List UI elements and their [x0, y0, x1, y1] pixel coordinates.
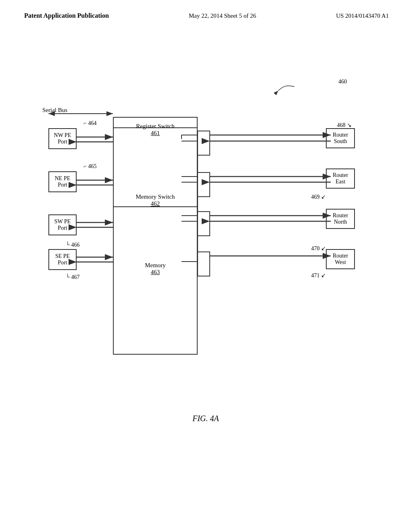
label-466: └ 466 — [66, 242, 79, 248]
sw-pe-port: SW PEPort — [48, 214, 77, 235]
patent-header-center: May 22, 2014 Sheet 5 of 26 — [189, 12, 256, 19]
label-471: 471 ↙ — [311, 272, 326, 279]
memory-switch-label: Memory Switch462 — [121, 193, 190, 207]
router-west: RouterWest — [326, 249, 355, 269]
label-468: 468 ↘ — [337, 122, 352, 129]
connections-diagram — [24, 48, 387, 411]
ne-pe-port: NE PEPort — [48, 171, 77, 192]
svg-rect-20 — [198, 212, 210, 236]
label-469: 469 ↙ — [311, 193, 326, 200]
svg-rect-25 — [198, 252, 210, 276]
patent-header-left: Patent Application Publication — [24, 12, 109, 19]
patent-header-right: US 2014/0143470 A1 — [336, 12, 389, 19]
nw-pe-port: NW PEPort — [48, 128, 77, 149]
label-465: ⌐ 465 — [83, 163, 96, 170]
memory-label: Memory463 — [121, 262, 190, 276]
main-box — [113, 117, 198, 355]
svg-rect-9 — [198, 131, 210, 155]
se-pe-port: SE PEPort — [48, 249, 77, 270]
label-467: └ 467 — [66, 274, 79, 281]
svg-rect-15 — [198, 172, 210, 197]
label-470: 470 ↙ — [311, 245, 326, 252]
router-north: RouterNorth — [326, 209, 355, 229]
fig-caption: FIG. 4A — [24, 414, 387, 423]
register-switch-label: Register Switch461 — [121, 123, 190, 137]
router-east: RouterEast — [326, 168, 355, 189]
label-460: 460 — [338, 79, 347, 85]
router-south: RouterSouth — [326, 128, 355, 148]
label-464: ⌐ 464 — [83, 120, 96, 127]
serial-bus-label: Serial Bus — [42, 107, 67, 114]
